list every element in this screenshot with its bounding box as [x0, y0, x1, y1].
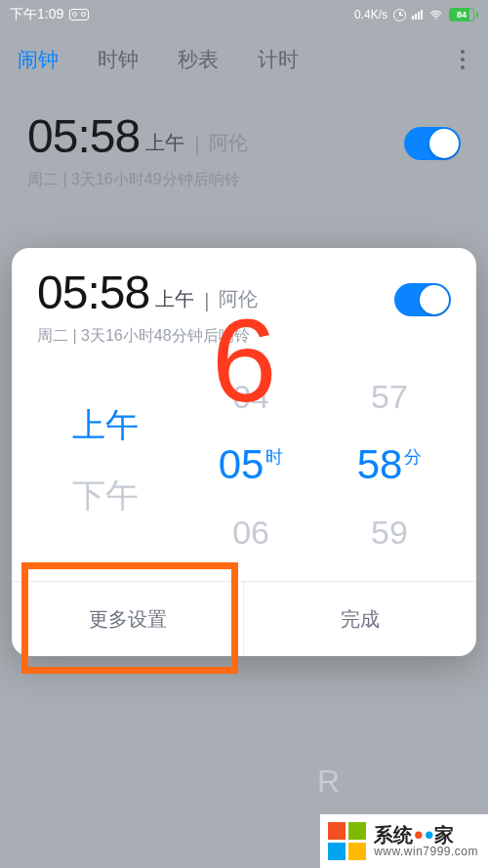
cellular-signal-icon: [412, 10, 423, 20]
minute-selected: 58分: [357, 441, 423, 488]
alarm-edit-header: 05:58 上午 | 阿伦 周二 | 3天16小时48分钟后响铃: [12, 269, 476, 356]
alarm-edit-separator: |: [204, 290, 209, 316]
alarm-ampm: 上午: [145, 130, 184, 160]
time-picker[interactable]: 上午 下午 04 05时 06 57 58分 59: [12, 378, 476, 552]
vr-icon: [69, 9, 89, 21]
alarm-edit-time-line: 05:58 上午 | 阿伦: [37, 269, 258, 316]
tab-timer[interactable]: 计时: [258, 46, 299, 73]
watermark-url: www.win7999.com: [374, 846, 478, 858]
alarm-separator: |: [194, 134, 199, 160]
alarm-time: 05:58: [27, 113, 140, 160]
net-speed: 0.4K/s: [354, 8, 387, 21]
alarm-edit-toggle[interactable]: [394, 283, 451, 316]
alarm-subtitle: 周二 | 3天16小时49分钟后响铃: [27, 170, 461, 190]
status-right: 0.4K/s 84: [354, 8, 478, 22]
ampm-next: 下午: [72, 474, 139, 518]
alarm-list-item[interactable]: 05:58 上午 | 阿伦 周二 | 3天16小时49分钟后响铃: [0, 90, 488, 210]
ampm-wheel[interactable]: 上午 下午: [29, 378, 182, 552]
tab-bar: 闹钟 时钟 秒表 计时: [0, 29, 488, 90]
tab-clock[interactable]: 时钟: [98, 46, 139, 73]
alarm-edit-subtitle: 周二 | 3天16小时48分钟后响铃: [37, 326, 451, 347]
done-button[interactable]: 完成: [244, 582, 476, 656]
alarm-edit-time: 05:58: [37, 269, 149, 316]
tab-stopwatch[interactable]: 秒表: [178, 46, 219, 73]
minute-next: 59: [371, 514, 408, 552]
alarm-time-line: 05:58 上午 | 阿伦: [27, 113, 248, 160]
overflow-menu-icon[interactable]: [455, 44, 470, 75]
status-left: 下午1:09: [10, 6, 89, 23]
alarm-edit-label: 阿伦: [219, 286, 258, 316]
hour-prev: 04: [232, 378, 269, 416]
alarm-toggle[interactable]: [404, 127, 461, 160]
status-bar: 下午1:09 0.4K/s 84: [0, 0, 488, 29]
wifi-icon: [428, 8, 443, 22]
svg-point-0: [435, 18, 437, 20]
minute-wheel[interactable]: 57 58分 59: [320, 378, 459, 552]
ampm-selected: 上午: [72, 403, 139, 448]
alarm-clock-icon: [393, 9, 406, 21]
alarm-label: 阿伦: [209, 130, 248, 160]
hour-next: 06: [232, 514, 269, 552]
alarm-edit-ampm: 上午: [155, 286, 194, 316]
battery-icon: 84: [449, 8, 478, 21]
hour-wheel[interactable]: 04 05时 06: [182, 378, 320, 552]
watermark-title: 系统••家: [374, 824, 478, 846]
status-time: 下午1:09: [10, 6, 63, 23]
alarm-edit-sheet: 05:58 上午 | 阿伦 周二 | 3天16小时48分钟后响铃 上午 下午 0…: [12, 248, 476, 656]
more-settings-button[interactable]: 更多设置: [12, 582, 244, 656]
sheet-actions: 更多设置 完成: [12, 581, 476, 656]
microsoft-logo-icon: [328, 822, 366, 860]
tab-alarm[interactable]: 闹钟: [18, 46, 59, 73]
hour-selected: 05时: [219, 441, 284, 488]
minute-prev: 57: [371, 378, 408, 416]
background-letter: R: [317, 764, 340, 800]
watermark: 系统••家 www.win7999.com: [320, 814, 488, 868]
